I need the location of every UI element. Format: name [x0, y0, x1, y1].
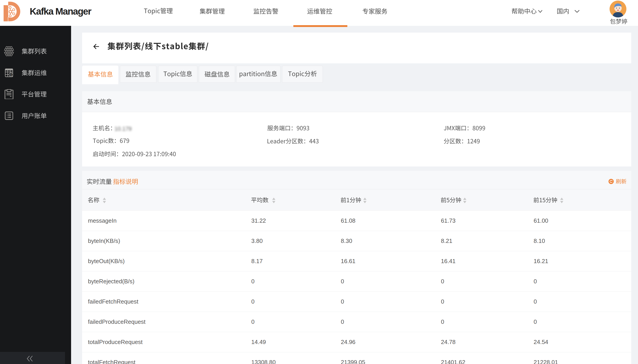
svg-text:$: $: [10, 73, 12, 76]
